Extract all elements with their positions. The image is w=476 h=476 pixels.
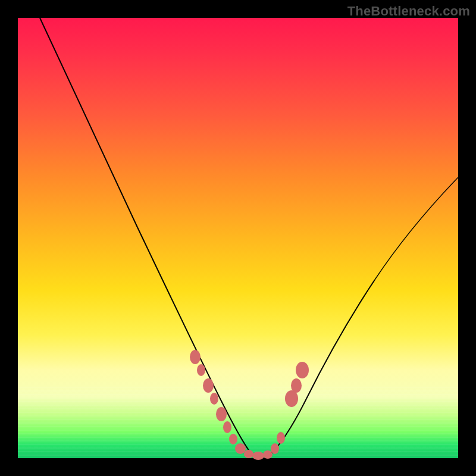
curve-right-branch-lower (268, 280, 375, 457)
watermark-text: TheBottleneck.com (347, 4, 470, 19)
marker-dot (296, 362, 309, 378)
chart-svg (18, 18, 458, 458)
marker-dot (197, 364, 205, 376)
marker-dot (271, 443, 279, 454)
chart-frame (18, 18, 458, 458)
marker-dot (229, 434, 237, 444)
marker-group (190, 350, 309, 460)
marker-dot (210, 393, 218, 405)
marker-dot (190, 350, 201, 364)
curve-right-branch-upper (375, 177, 458, 280)
marker-dot (263, 450, 273, 459)
marker-dot (216, 407, 227, 421)
marker-dot (285, 390, 298, 407)
marker-dot (291, 378, 302, 393)
marker-dot (277, 432, 285, 444)
marker-dot (252, 452, 264, 460)
marker-dot (235, 443, 246, 454)
marker-dot (244, 450, 253, 458)
marker-dot (203, 378, 214, 393)
curve-left-branch (40, 18, 256, 457)
marker-dot (223, 421, 231, 433)
